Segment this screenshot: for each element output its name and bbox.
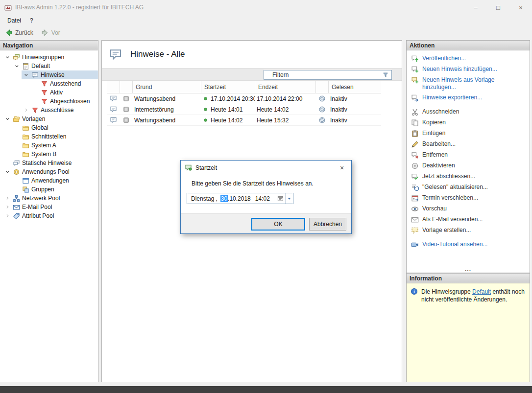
back-button[interactable]: Zurück [5, 29, 33, 37]
expander-spacer [31, 89, 40, 96]
action-entfernen[interactable]: Entfernen [407, 150, 530, 161]
action-label: Als E-Mail versenden... [422, 216, 483, 223]
nav-item-anwendungs-pool[interactable]: Anwendungs Pool [3, 167, 98, 176]
filter-red-icon [31, 107, 39, 114]
table-row[interactable]: InternetstörungHeute 14:01Heute 14:02Ina… [107, 104, 381, 115]
action-label: "Gelesen" aktualisieren... [422, 184, 488, 191]
datetime-picker[interactable]: Dienstag , 30 .10.2018 14:02 [187, 193, 293, 204]
nav-item-anwendungen[interactable]: Anwendungen [12, 176, 98, 185]
column-header-startzeit[interactable]: Startzeit [201, 81, 255, 93]
nav-item-hinweise[interactable]: Hinweise [22, 70, 98, 79]
nav-item-ausstehend[interactable]: Ausstehend [31, 79, 98, 88]
calendar-icon[interactable] [277, 195, 284, 202]
nav-item-ausschl-sse[interactable]: Ausschlüsse [22, 106, 98, 115]
column-header-endzeit[interactable]: Endzeit [255, 81, 315, 93]
action-bearbeiten[interactable]: Bearbeiten... [407, 139, 530, 150]
nav-item-default[interactable]: Default [12, 62, 98, 70]
dropdown-arrow-icon[interactable] [286, 195, 292, 202]
notebook-icon [22, 63, 29, 70]
nav-item-e-mail-pool[interactable]: E-Mail Pool [3, 203, 98, 211]
minimize-button[interactable]: – [464, 0, 487, 15]
action-vorlage-erstellen[interactable]: Vorlage erstellen... [407, 225, 530, 236]
maximize-button[interactable]: □ [487, 0, 509, 15]
inactive-status-icon [318, 95, 326, 102]
nav-item-aktiv[interactable]: Aktiv [31, 88, 98, 97]
datetime-weekday[interactable]: Dienstag [191, 195, 214, 202]
default-group-link[interactable]: Default [472, 288, 491, 295]
table-row[interactable]: WartungsabendHeute 14:02Heute 15:32Inakt… [107, 115, 381, 126]
close-button[interactable]: × [509, 0, 532, 15]
nav-item-vorlagen[interactable]: Vorlagen [3, 115, 98, 123]
paste-icon [411, 130, 419, 138]
datetime-time[interactable]: 14:02 [255, 195, 270, 202]
chevron-down-icon[interactable] [3, 168, 12, 176]
action-deaktivieren[interactable]: Deaktivieren [407, 161, 530, 171]
preview-icon [411, 205, 419, 213]
table-header-row: GrundStartzeitEndzeitGelesen [107, 81, 381, 93]
action-kopieren[interactable]: Kopieren [407, 117, 530, 128]
nav-item-global[interactable]: Global [12, 123, 98, 132]
mail-pool-icon [13, 204, 20, 211]
chevron-right-icon[interactable] [3, 212, 12, 220]
chevron-right-icon[interactable] [3, 195, 12, 202]
action-video-tutorial-ansehen[interactable]: Video-Tutorial ansehen... [407, 239, 530, 250]
cancel-button[interactable]: Abbrechen [309, 218, 346, 231]
nav-item-statische-hinweise[interactable]: Statische Hinweise [3, 159, 98, 167]
nav-item-label: Anwendungs Pool [22, 168, 70, 175]
nav-item-gruppen[interactable]: Gruppen [12, 185, 98, 194]
actions-list: Veröffentlichen...Neuen Hinweis hinzufüg… [407, 50, 530, 250]
filter-input[interactable] [264, 70, 382, 79]
nav-item-system-a[interactable]: System A [12, 141, 98, 150]
datetime-month-year[interactable]: .10.2018 [228, 195, 251, 202]
chevron-right-icon[interactable] [3, 204, 12, 211]
action-vorschau[interactable]: Vorschau [407, 204, 530, 214]
action-einf-gen[interactable]: Einfügen [407, 128, 530, 139]
navigation-panel-header: Navigation [0, 41, 98, 50]
expander-spacer [12, 124, 21, 132]
dialog-close-button[interactable]: × [333, 161, 351, 175]
window-title: IBI-aws Admin 1.22.0 - registriert für I… [15, 4, 144, 11]
datetime-day-selected[interactable]: 30 [220, 195, 228, 202]
action-neuen-hinweis-aus-vorlage-hinzuf-gen[interactable]: Neuen Hinweis aus Vorlage hinzufügen... [407, 75, 530, 92]
filter-box [264, 70, 392, 80]
column-header-gelesen[interactable]: Gelesen [328, 81, 381, 93]
ok-button[interactable]: OK [251, 218, 305, 231]
chevron-down-icon[interactable] [3, 54, 12, 61]
action-jetzt-abschliessen[interactable]: Jetzt abschliessen... [407, 171, 530, 182]
action-termin-verschieben[interactable]: Termin verschieben... [407, 193, 530, 204]
nav-item-hinweisgruppen[interactable]: Hinweisgruppen [3, 53, 98, 62]
table-row[interactable]: Wartungsabend17.10.2014 20:3017.10.2014 … [107, 93, 381, 104]
chevron-down-icon[interactable] [22, 71, 30, 79]
action-ausschneiden[interactable]: Ausschneiden [407, 107, 530, 117]
action-neuen-hinweis-hinzuf-gen[interactable]: Neuen Hinweis hinzufügen... [407, 64, 530, 75]
nav-item-netzwerk-pool[interactable]: Netzwerk Pool [3, 194, 98, 203]
actions-overflow[interactable]: ... [407, 267, 530, 272]
action-gelesen-aktualisieren[interactable]: "Gelesen" aktualisieren... [407, 182, 530, 193]
filter-red-icon [41, 98, 48, 105]
action-als-e-mail-versenden[interactable]: Als E-Mail versenden... [407, 214, 530, 225]
chevron-down-icon[interactable] [12, 63, 21, 70]
hint-group-icon [13, 54, 20, 61]
action-hinweise-exportieren[interactable]: Hinweise exportieren... [407, 92, 530, 103]
hints-table: GrundStartzeitEndzeitGelesen Wartungsabe… [107, 81, 381, 126]
action-ver-ffentlichen[interactable]: Veröffentlichen... [407, 53, 530, 64]
toolbar: Zurück Vor [0, 26, 532, 39]
filter-funnel-icon[interactable] [382, 71, 389, 78]
nav-item-system-b[interactable]: System B [12, 150, 98, 159]
cell-gelesen: Inaktiv [328, 93, 381, 104]
menu-item-datei[interactable]: Datei [3, 16, 25, 25]
nav-item-schnittstellen[interactable]: Schnittstellen [12, 132, 98, 141]
nav-item-abgeschlossen[interactable]: Abgeschlossen [31, 97, 98, 106]
reschedule-icon [411, 194, 419, 202]
column-header-icon[interactable] [315, 81, 328, 93]
menu-item-[interactable]: ? [25, 16, 38, 25]
nav-item-attribut-pool[interactable]: Attribut Pool [3, 211, 98, 220]
chevron-down-icon[interactable] [3, 116, 12, 123]
column-header-icon[interactable] [120, 81, 132, 93]
forward-button[interactable]: Vor [41, 29, 60, 37]
column-header-grund[interactable]: Grund [132, 81, 201, 93]
chevron-right-icon[interactable] [22, 107, 30, 114]
hints-title-icon [108, 48, 123, 61]
dialog-title-bar: Startzeit [181, 161, 351, 175]
column-header-icon[interactable] [107, 81, 120, 93]
